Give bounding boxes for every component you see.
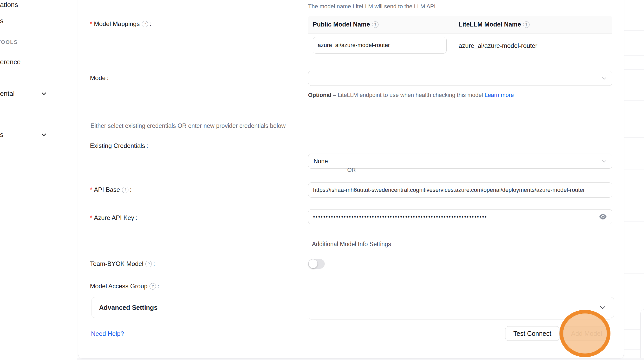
background-row-line bbox=[624, 100, 644, 101]
mode-label: Mode : bbox=[90, 74, 109, 82]
background-row-line bbox=[624, 169, 644, 169]
column-header-public-model-name: Public Model Name ? bbox=[308, 20, 454, 29]
eye-icon[interactable] bbox=[599, 213, 607, 220]
sidebar-item[interactable]: s bbox=[0, 17, 3, 25]
advanced-settings-title: Advanced Settings bbox=[99, 304, 158, 311]
model-access-group-label: Model Access Group ? : bbox=[90, 283, 159, 290]
background-row-line bbox=[624, 30, 644, 31]
sidebar-item-experimental[interactable]: ental bbox=[0, 90, 15, 98]
help-question-icon[interactable]: ? bbox=[142, 21, 148, 27]
sidebar-section-tools: TOOLS bbox=[0, 39, 18, 45]
add-model-page: ations s TOOLS erence ental s The model … bbox=[0, 0, 644, 360]
advanced-settings-panel[interactable]: Advanced Settings bbox=[92, 297, 614, 318]
column-header-litellm-model-name: LiteLLM Model Name ? bbox=[454, 20, 612, 29]
learn-more-link[interactable]: Learn more bbox=[485, 92, 514, 98]
sidebar-item[interactable]: s bbox=[0, 131, 3, 139]
background-row-line bbox=[624, 221, 644, 222]
sidebar-item-inference[interactable]: erence bbox=[0, 58, 21, 66]
chevron-down-icon[interactable] bbox=[40, 90, 48, 97]
background-row-line bbox=[624, 329, 640, 330]
table-row: azure_ai/azure-model-router azure_ai/azu… bbox=[308, 34, 612, 58]
test-connect-button[interactable]: Test Connect bbox=[505, 326, 560, 341]
help-question-icon[interactable]: ? bbox=[122, 187, 128, 193]
divider-line bbox=[362, 170, 612, 170]
public-model-name-input[interactable]: azure_ai/azure-model-router bbox=[313, 37, 447, 54]
chevron-down-icon bbox=[601, 75, 607, 81]
or-divider-text: OR bbox=[347, 167, 356, 173]
mode-select[interactable] bbox=[308, 71, 612, 86]
credentials-note: Either select existing credentials OR en… bbox=[90, 122, 285, 129]
sidebar-item-organizations[interactable]: ations bbox=[0, 1, 18, 9]
model-mappings-label: * Model Mappings ? : bbox=[90, 20, 151, 28]
background-row-line bbox=[624, 69, 644, 70]
model-mappings-table: Public Model Name ? LiteLLM Model Name ?… bbox=[308, 16, 612, 58]
azure-api-key-label: * Azure API Key : bbox=[90, 214, 137, 221]
azure-api-key-input[interactable]: ••••••••••••••••••••••••••••••••••••••••… bbox=[308, 209, 612, 224]
help-question-icon[interactable]: ? bbox=[145, 261, 152, 267]
mode-help-text: Optional – LiteLLM endpoint to use when … bbox=[308, 90, 520, 100]
api-base-input[interactable]: https://ishaa-mh6uutut-swedencentral.cog… bbox=[308, 182, 612, 198]
help-question-icon[interactable]: ? bbox=[523, 21, 530, 28]
divider-line bbox=[91, 244, 303, 244]
help-question-icon[interactable]: ? bbox=[372, 21, 379, 28]
divider-line bbox=[401, 244, 612, 244]
required-asterisk: * bbox=[90, 20, 92, 28]
required-asterisk: * bbox=[90, 214, 92, 221]
background-panel-edge bbox=[640, 309, 644, 360]
required-asterisk: * bbox=[90, 186, 92, 193]
masked-password-value: ••••••••••••••••••••••••••••••••••••••••… bbox=[313, 214, 595, 220]
divider-line bbox=[91, 170, 341, 170]
team-byok-toggle[interactable] bbox=[308, 259, 325, 269]
help-question-icon[interactable]: ? bbox=[149, 283, 156, 290]
background-row-line bbox=[624, 137, 644, 138]
section-divider-text: Additional Model Info Settings bbox=[312, 241, 391, 248]
api-base-label: * API Base ? : bbox=[90, 186, 132, 193]
chevron-down-icon bbox=[599, 304, 607, 311]
litellm-model-name-hint: The model name LiteLLM will send to the … bbox=[308, 3, 435, 10]
team-byok-label: Team-BYOK Model ? : bbox=[90, 260, 155, 267]
chevron-down-icon[interactable] bbox=[40, 131, 48, 138]
need-help-link[interactable]: Need Help? bbox=[91, 330, 124, 337]
background-row-line bbox=[624, 55, 644, 56]
page-bottom-strip bbox=[77, 358, 644, 360]
model-mappings-header: Public Model Name ? LiteLLM Model Name ? bbox=[308, 16, 612, 34]
litellm-model-name-value: azure_ai/azure-model-router bbox=[454, 42, 537, 49]
background-row-line bbox=[624, 273, 644, 274]
toggle-knob bbox=[309, 259, 317, 268]
add-model-button[interactable]: Add Model bbox=[563, 326, 610, 341]
background-row-line bbox=[624, 349, 640, 350]
chevron-down-icon bbox=[601, 158, 607, 164]
existing-credentials-label: Existing Credentials : bbox=[90, 142, 148, 149]
